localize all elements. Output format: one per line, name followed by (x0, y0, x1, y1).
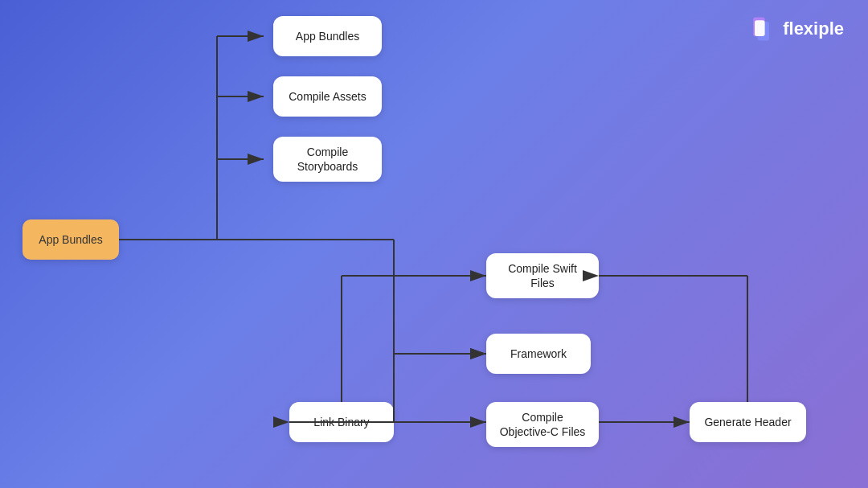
compile-swift-files-node: Compile SwiftFiles (486, 253, 599, 298)
logo-text: flexiple (783, 18, 844, 39)
generate-header-node: Generate Header (690, 402, 806, 442)
compile-storyboards-node: CompileStoryboards (273, 137, 382, 182)
flexiple-icon (747, 14, 776, 43)
app-bundles-white-node: App Bundles (273, 16, 382, 56)
svg-rect-2 (755, 20, 765, 36)
link-binary-node: Link Binary (289, 402, 394, 442)
compile-assets-node: Compile Assets (273, 76, 382, 117)
logo: flexiple (747, 14, 844, 43)
compile-objc-files-node: CompileObjective-C Files (486, 402, 599, 447)
framework-node: Framework (486, 334, 591, 374)
app-bundles-orange-node: App Bundles (23, 219, 119, 260)
